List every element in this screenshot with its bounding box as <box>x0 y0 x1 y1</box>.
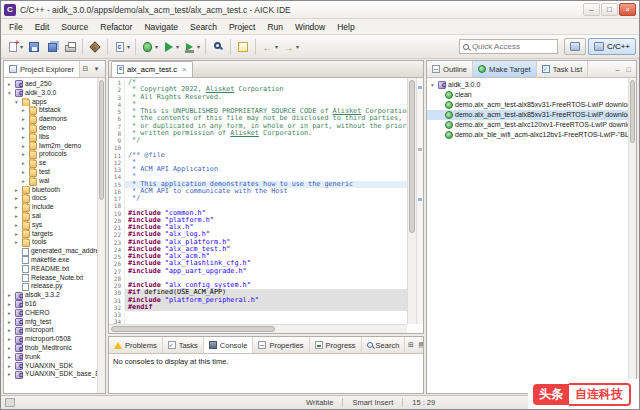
tree-item-aidk-3-0-0[interactable]: ▾aidk_3.0.0 <box>4 89 105 98</box>
tree-item-release-py[interactable]: release.py <box>4 282 105 291</box>
tree-item-btstack[interactable]: ▸btstack <box>4 106 105 115</box>
code-editor[interactable]: 1/*2 * Copyright 2022, Alisket Corporati… <box>109 78 423 333</box>
scrollbar-thumb[interactable] <box>630 80 635 143</box>
tree-item-yuanxin-sdk[interactable]: ▸YUANXIN_SDK <box>4 362 105 371</box>
menu-help[interactable]: Help <box>331 21 360 33</box>
back-button[interactable]: ▾ <box>259 38 280 56</box>
tree-item-readme-txt[interactable]: README.txt <box>4 265 105 274</box>
tree-item-trunk[interactable]: ▸trunk <box>4 353 105 362</box>
expand-icon[interactable]: ▸ <box>6 353 13 362</box>
expand-icon[interactable]: ▸ <box>6 300 13 309</box>
tree-item-targets[interactable]: ▸targets <box>4 230 105 239</box>
tree-item-clean[interactable]: clean <box>427 90 636 100</box>
expand-icon[interactable]: ▸ <box>13 194 20 203</box>
tree-item-demo-alx-acm-test-alx85xv31-freertos-lwip-download-run[interactable]: demo.alx_acm_test-alx85xv31-FreeRTOS-LwI… <box>427 110 636 120</box>
expand-icon[interactable]: ▸ <box>13 212 20 221</box>
external-tools-button[interactable]: ▾ <box>181 38 202 56</box>
expand-icon[interactable]: ▸ <box>6 326 13 335</box>
tree-item-tools[interactable]: ▸tools <box>4 238 105 247</box>
tree-item-aidk-3-0-0[interactable]: ▾aidk_3.0.0 <box>427 80 636 90</box>
project-tree[interactable]: ▸aed_250▾aidk_3.0.0▾apps▸btstack▸daemons… <box>4 78 105 393</box>
expand-icon[interactable]: ▸ <box>13 203 20 212</box>
save-all-button[interactable] <box>43 38 61 56</box>
expand-icon[interactable]: ▸ <box>20 106 27 115</box>
explorer-collapse-all-icon[interactable]: ⊟ <box>80 63 91 75</box>
tree-item-chero[interactable]: ▸CHERO <box>4 309 105 318</box>
expand-icon[interactable]: ▸ <box>20 142 27 151</box>
expand-icon[interactable]: ▸ <box>6 335 13 344</box>
console-open-console-icon[interactable]: ⊞ <box>405 339 416 351</box>
console-pin-console-icon[interactable]: ▤ <box>416 339 424 351</box>
overview-marker[interactable] <box>418 148 422 151</box>
make-target-minimize-icon[interactable]: – <box>612 63 623 75</box>
tree-item-demo[interactable]: ▸demo <box>4 124 105 133</box>
expand-icon[interactable]: ▸ <box>20 177 27 186</box>
expand-icon[interactable]: ▸ <box>6 344 13 353</box>
new-cpp-button[interactable]: ▾ <box>111 38 132 56</box>
menu-search[interactable]: Search <box>184 21 223 33</box>
tab-task-list[interactable]: Task List <box>537 61 589 77</box>
tree-item-include[interactable]: ▸include <box>4 203 105 212</box>
tree-item-demo-alx-acm-test-alx85xv31-freertos-lwip-download-download-wifi-[interactable]: demo.alx_acm_test-alx85xv31-FreeRTOS-LwI… <box>427 100 636 110</box>
tree-item-alsdk-3-3-2[interactable]: ▸alsdk_3.3.2 <box>4 291 105 300</box>
expand-icon[interactable]: ▸ <box>13 221 20 230</box>
tree-item-sal[interactable]: ▸sal <box>4 212 105 221</box>
tree-item-apps[interactable]: ▾apps <box>4 98 105 107</box>
editor-tab-alx-acm-test[interactable]: alx_acm_test.c × <box>111 61 193 77</box>
tab-tasks[interactable]: Tasks <box>163 337 204 353</box>
tree-item-microport[interactable]: ▸microport <box>4 326 105 335</box>
expand-icon[interactable]: ▸ <box>20 150 27 159</box>
tab-problems[interactable]: Problems <box>109 337 163 353</box>
tree-item-daemons[interactable]: ▸daemons <box>4 115 105 124</box>
search-button[interactable] <box>209 38 227 56</box>
run-button[interactable]: ▾ <box>160 38 181 56</box>
tree-item-demo-alx-ble-wifi-acm-alxc12bv1-freertos-lwip-ble-1-alx-bt-st-[interactable]: demo.alx_ble_wifi_acm-alxc12bv1-FreeRTOS… <box>427 130 636 140</box>
editor-horizontal-scrollbar[interactable] <box>109 324 407 333</box>
expand-icon[interactable]: ▸ <box>13 238 20 247</box>
console-view[interactable]: No consoles to display at this time. <box>109 354 423 393</box>
close-tab-icon[interactable]: × <box>182 65 187 74</box>
tree-item-docs[interactable]: ▸docs <box>4 194 105 203</box>
overview-marker[interactable] <box>418 198 422 201</box>
save-button[interactable] <box>25 38 43 56</box>
tree-item-mfg-test[interactable]: ▸mfg_test <box>4 318 105 327</box>
tree-item-sys[interactable]: ▸sys <box>4 221 105 230</box>
print-button[interactable] <box>61 38 79 56</box>
menu-edit[interactable]: Edit <box>29 21 56 33</box>
tree-item-b16[interactable]: ▸b16 <box>4 300 105 309</box>
expand-icon[interactable]: ▸ <box>6 80 13 89</box>
collapse-icon[interactable]: ▾ <box>13 98 20 107</box>
expand-icon[interactable]: ▸ <box>20 168 27 177</box>
tree-item-libs[interactable]: ▸libs <box>4 133 105 142</box>
tree-item-wal[interactable]: ▸wal <box>4 177 105 186</box>
expand-icon[interactable]: ▸ <box>6 362 13 371</box>
tree-item-generated-mac-address-txt[interactable]: generated_mac_address.txt <box>4 247 105 256</box>
tab-search[interactable]: Search <box>362 337 406 353</box>
tab-console[interactable]: Console <box>204 337 254 353</box>
explorer-minimize-icon[interactable]: – <box>102 63 106 75</box>
expand-icon[interactable]: ▸ <box>20 124 27 133</box>
overview-ruler[interactable] <box>416 78 423 324</box>
scrollbar-thumb[interactable] <box>111 326 275 332</box>
tree-item-se[interactable]: ▸se <box>4 159 105 168</box>
collapse-icon[interactable]: ▾ <box>6 89 13 98</box>
expand-icon[interactable]: ▸ <box>6 318 13 327</box>
make-target-scrollbar[interactable] <box>628 78 636 393</box>
expand-icon[interactable]: ▸ <box>13 230 20 239</box>
tab-make-target[interactable]: Make Target <box>473 61 537 77</box>
expand-icon[interactable]: ▸ <box>6 370 13 379</box>
forward-button[interactable]: ▾ <box>280 38 301 56</box>
open-perspective-button[interactable] <box>564 38 586 55</box>
tab-outline[interactable]: Outline <box>427 61 473 77</box>
tree-item-lwm2m-demo[interactable]: ▸lwm2m_demo <box>4 142 105 151</box>
new-button[interactable]: ▾ <box>4 38 25 56</box>
scrollbar-thumb[interactable] <box>99 80 104 200</box>
expand-icon[interactable]: ▸ <box>20 159 27 168</box>
maximize-button[interactable]: □ <box>601 3 618 16</box>
minimize-button[interactable]: – <box>583 3 600 16</box>
tree-item-protocols[interactable]: ▸protocols <box>4 150 105 159</box>
expand-icon[interactable]: ▸ <box>6 309 13 318</box>
perspective-cpp-button[interactable]: C/C++ <box>588 38 636 55</box>
tree-item-makefile-exe[interactable]: makefile.exe <box>4 256 105 265</box>
menu-project[interactable]: Project <box>223 21 261 33</box>
